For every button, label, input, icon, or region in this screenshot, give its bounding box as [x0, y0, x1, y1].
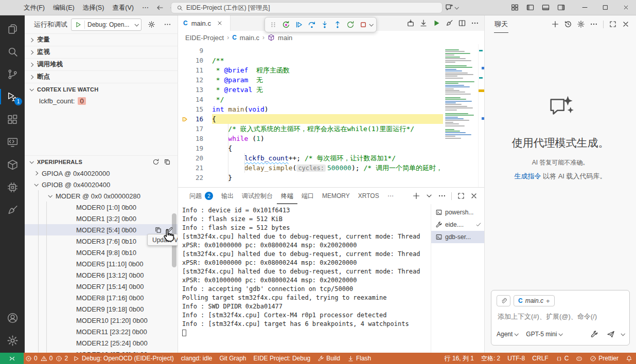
maximize-button[interactable] — [455, 190, 467, 202]
status-item-Build[interactable]: Build — [314, 353, 344, 364]
close-button[interactable] — [468, 190, 480, 202]
command-center-search[interactable]: EIDE-Project (工作区) [管理员] — [171, 2, 443, 13]
breadcrumb-file[interactable]: main.c — [240, 34, 259, 42]
tree-item[interactable]: MODER1 [3:2] 0b00 — [25, 213, 178, 224]
gear-button[interactable] — [575, 18, 587, 30]
split-button[interactable] — [456, 17, 468, 29]
tree-item[interactable]: MODER11 [23:22] 0b00 — [25, 326, 178, 337]
attach-context-button[interactable] — [497, 295, 510, 306]
close-window-button[interactable] — [615, 0, 636, 15]
program-button[interactable] — [404, 17, 417, 29]
remote-indicator[interactable] — [0, 353, 24, 364]
clean-button[interactable] — [443, 17, 455, 29]
code-line[interactable]: 15int main(void) — [178, 104, 443, 114]
context-chip-main-c[interactable]: C main.c + — [514, 295, 555, 306]
add-button[interactable] — [549, 18, 561, 30]
panel-tab-MEMORY[interactable]: MEMORY — [318, 188, 354, 204]
stop-button[interactable] — [357, 19, 369, 31]
restart-button[interactable] — [344, 19, 357, 31]
panel-tab-终端[interactable]: 终端 — [277, 188, 297, 204]
code-line[interactable]: 20 lckfb_count++; /* 每次循环，让计数器加1*/ — [178, 153, 443, 163]
chat-input-box[interactable]: C main.c + 添加上下文(#)、扩展(@)、命令(/) Agent GP… — [491, 290, 630, 345]
continue-button[interactable] — [292, 19, 305, 31]
step-over-button[interactable] — [305, 19, 318, 31]
activity-debug[interactable]: 1 — [0, 85, 25, 108]
status-item-2[interactable]: 2 — [54, 353, 69, 364]
layout-grid-button[interactable] — [508, 2, 521, 14]
status-item-EIDE Project: Debug[interactable]: EIDE Project: Debug — [250, 353, 314, 364]
minimize-button[interactable] — [574, 0, 595, 15]
tree-item[interactable]: MODER @ 0x0 0x00000280 — [25, 190, 178, 202]
tree-item[interactable]: MODER10 [21:20] 0b00 — [25, 315, 178, 326]
breadcrumb-symbol[interactable]: main — [278, 34, 292, 42]
kebab-button[interactable] — [436, 190, 448, 202]
activity-settings[interactable] — [0, 329, 25, 352]
code-line[interactable]: 13 * @retval 无 — [178, 85, 443, 95]
maximize-button[interactable] — [595, 0, 615, 15]
chevron-down-icon[interactable] — [369, 22, 373, 26]
configure-tools-button[interactable] — [588, 328, 600, 340]
download-button[interactable] — [417, 17, 430, 29]
send-button[interactable] — [605, 328, 617, 340]
tree-item[interactable]: MODER4 [9:8] 0b10 — [25, 247, 178, 258]
step-out-button[interactable] — [331, 19, 344, 31]
generate-instructions-link[interactable]: 生成指令 — [514, 172, 541, 180]
close-tab-button[interactable] — [215, 18, 225, 28]
panel-tab-问题[interactable]: 问题2 — [185, 188, 217, 204]
add-button[interactable] — [410, 190, 422, 202]
code-line[interactable]: 9 — [178, 46, 443, 56]
status-item-UTF-8[interactable]: UTF-8 — [504, 353, 528, 364]
history-button[interactable] — [562, 18, 574, 30]
layout-right-button[interactable] — [555, 2, 567, 14]
chevron-down-s-button[interactable] — [423, 190, 435, 202]
tab-chat[interactable]: 聊天 — [494, 15, 508, 33]
kebab-button[interactable] — [588, 18, 600, 30]
code-line[interactable]: 18 while (1) — [178, 134, 443, 143]
kebab-button[interactable] — [469, 17, 481, 29]
chat-input[interactable]: 添加上下文(#)、扩展(@)、命令(/) — [498, 312, 623, 321]
activity-container[interactable] — [0, 153, 25, 176]
terminal-session-gdb-ser...[interactable]: gdb-ser... — [431, 231, 484, 243]
code-editor[interactable]: 910/**11 * @brief 程序主函数12 * @param 无13 *… — [178, 44, 484, 187]
activity-files[interactable] — [0, 17, 25, 40]
activity-account[interactable] — [0, 306, 25, 329]
tree-item[interactable]: MODER6 [13:12] 0b00 — [25, 269, 178, 281]
panel-tab-输出[interactable]: 输出 — [217, 188, 238, 204]
run-button[interactable] — [430, 17, 443, 29]
debug-config-select[interactable]: Debug: Open... — [71, 19, 142, 31]
code-line[interactable]: 21 delay_simple(cycles:500000); /* 调用一个简… — [178, 163, 443, 173]
agent-mode-select[interactable]: Agent — [497, 331, 518, 338]
status-item-Flash[interactable]: Flash — [344, 353, 375, 364]
activity-brush[interactable] — [0, 198, 25, 221]
menu-more-button[interactable]: ⋯ — [138, 4, 153, 11]
grip-button[interactable] — [267, 19, 279, 31]
breadcrumb-project[interactable]: EIDE-Project — [185, 34, 224, 42]
panel-tab-端口[interactable]: 端口 — [297, 188, 318, 204]
section-xperipherals[interactable]: XPERIPHERALS — [25, 155, 178, 168]
start-debug-icon[interactable] — [75, 21, 82, 28]
debug-settings-button[interactable] — [145, 19, 157, 31]
code-line[interactable]: 19 { — [178, 143, 443, 153]
section-断点[interactable]: 断点 — [25, 70, 178, 83]
code-line[interactable]: 17 /* 嵌入式系统的主循环，程序会永远在while(1)里面运行*/ — [178, 124, 443, 134]
activity-chip[interactable] — [0, 176, 25, 198]
panel-tab-调试控制台[interactable]: 调试控制台 — [238, 188, 277, 204]
terminal-session-eide....[interactable]: eide.... — [431, 219, 484, 231]
tree-item[interactable]: MODER9 [19:18] 0b00 — [25, 303, 178, 315]
reset-button[interactable] — [279, 19, 292, 31]
sidebar-more-button[interactable] — [161, 19, 173, 31]
status-item-0[interactable]: 0 — [39, 353, 55, 364]
activity-remote[interactable] — [0, 131, 25, 153]
panel-tab-XRTOS[interactable]: XRTOS — [354, 188, 383, 204]
activity-source-control[interactable] — [0, 63, 25, 85]
layout-left-button[interactable] — [524, 2, 536, 14]
status-item-0[interactable]: 0 — [24, 353, 39, 364]
terminal-session-powersh...[interactable]: powersh... — [431, 206, 484, 219]
copy-all-button[interactable] — [162, 157, 172, 167]
section-变量[interactable]: 变量 — [25, 33, 178, 46]
menu-item[interactable]: 选择(S) — [79, 2, 109, 13]
code-line[interactable]: 22 } — [178, 173, 443, 183]
status-item[interactable] — [622, 353, 636, 364]
code-line[interactable]: 16{ — [178, 114, 443, 124]
status-item-CRLF[interactable]: CRLF — [528, 353, 552, 364]
